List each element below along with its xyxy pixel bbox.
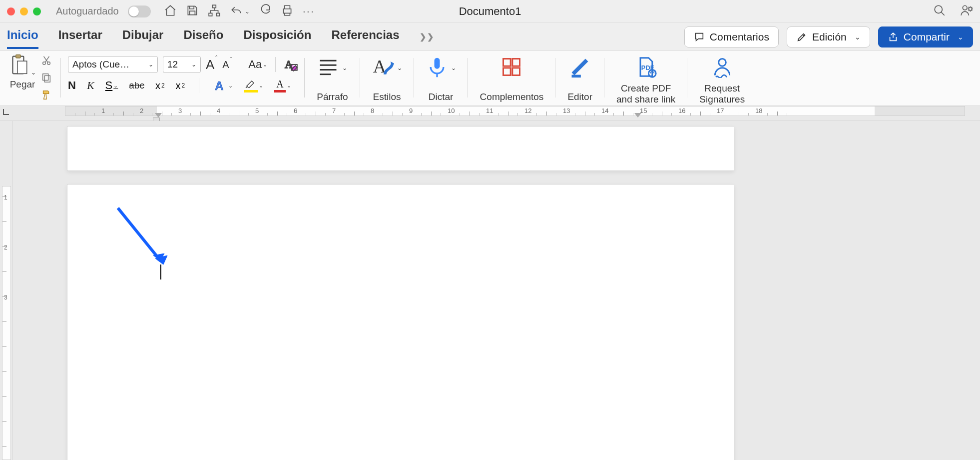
font-name-combo[interactable]: Aptos (Cue… ⌄	[68, 56, 158, 73]
tab-insertar[interactable]: Insertar	[58, 25, 102, 49]
font-color-button[interactable]: A ⌄	[274, 78, 291, 92]
paste-button[interactable]: ⌄ Pegar	[9, 54, 36, 90]
minimize-window-button[interactable]	[20, 8, 28, 16]
first-line-indent-marker[interactable]	[155, 113, 162, 118]
account-icon[interactable]	[960, 4, 973, 19]
superscript-button[interactable]: x2	[176, 80, 185, 92]
print-icon[interactable]	[281, 4, 294, 19]
highlight-button[interactable]: ⌄	[244, 79, 263, 92]
chevron-down-icon: ⌄	[148, 61, 153, 68]
underline-button[interactable]: S ⌄	[105, 79, 118, 92]
tab-referencias[interactable]: Referencias	[331, 25, 399, 49]
addins-button[interactable]	[500, 56, 522, 80]
home-icon[interactable]	[164, 4, 177, 19]
undo-dropdown-icon[interactable]: ⌄	[245, 8, 250, 15]
tab-diseno[interactable]: Diseño	[183, 25, 223, 49]
svg-rect-25	[503, 68, 511, 76]
autosave-toggle[interactable]	[128, 6, 151, 18]
close-window-button[interactable]	[7, 8, 15, 16]
ruler-cm	[527, 106, 565, 116]
svg-rect-2	[216, 13, 220, 16]
right-indent-marker[interactable]	[634, 113, 641, 118]
text-effects-button[interactable]: A ⌄	[213, 79, 233, 92]
comments-button[interactable]: Comentarios	[684, 26, 779, 48]
more-commands-icon[interactable]: ···	[303, 5, 315, 18]
share-button[interactable]: Compartir ⌄	[878, 26, 973, 48]
tab-dibujar[interactable]: Dibujar	[122, 25, 164, 49]
svg-rect-26	[512, 68, 520, 76]
tab-inicio[interactable]: Inicio	[7, 25, 38, 49]
svg-rect-12	[44, 76, 50, 82]
comment-icon	[694, 32, 705, 42]
group-dictate: ⌄ Dictar	[414, 54, 468, 104]
chevron-down-icon[interactable]: ⌄	[451, 64, 456, 72]
separator	[199, 78, 199, 93]
shrink-font-button[interactable]: Aˇ	[222, 59, 232, 70]
font-size-combo[interactable]: 12 ⌄	[163, 56, 201, 73]
save-icon[interactable]	[186, 4, 199, 19]
dictate-button[interactable]	[426, 56, 448, 80]
chevron-down-icon: ⌄	[263, 62, 267, 68]
tab-disposicion[interactable]: Disposición	[243, 25, 311, 49]
addins-label: Complementos	[480, 92, 544, 102]
tabs-overflow-icon[interactable]: ❯❯	[420, 32, 435, 42]
chevron-down-icon[interactable]: ⌄	[397, 64, 402, 72]
document-canvas[interactable]	[13, 121, 980, 460]
pencil-icon	[796, 32, 807, 42]
undo-button[interactable]: ⌄	[230, 5, 250, 18]
ribbon-tabs: Inicio Insertar Dibujar Diseño Disposici…	[0, 23, 980, 51]
window-controls	[7, 8, 41, 16]
group-styles: A ⌄ Estilos	[360, 54, 414, 104]
ruler-cm	[642, 106, 681, 116]
chevron-down-icon: ⌄	[191, 61, 196, 68]
ruler-cm	[412, 106, 450, 116]
paragraph-button[interactable]	[317, 56, 339, 80]
format-painter-icon[interactable]	[41, 89, 52, 102]
ruler-cm	[219, 106, 258, 116]
editor-button[interactable]	[569, 56, 591, 80]
change-case-label: Aa	[248, 58, 262, 71]
page-previous[interactable]	[67, 126, 734, 171]
clear-formatting-button[interactable]: A	[284, 58, 298, 72]
ruler-cm	[373, 106, 412, 116]
zoom-window-button[interactable]	[33, 8, 41, 16]
chevron-down-icon[interactable]: ⌄	[342, 64, 347, 72]
chevron-down-icon: ⌄	[113, 82, 118, 89]
editing-mode-button[interactable]: Edición ⌄	[787, 26, 870, 48]
svg-rect-8	[17, 61, 27, 74]
page-current[interactable]	[67, 184, 734, 460]
ribbon: ⌄ Pegar Aptos (Cue… ⌄ 12 ⌄	[0, 51, 980, 106]
italic-button[interactable]: K	[87, 79, 94, 92]
styles-button[interactable]: A	[372, 56, 394, 80]
group-paragraph: ⌄ Párrafo	[305, 54, 360, 104]
change-case-button[interactable]: Aa ⌄	[248, 58, 267, 71]
create-pdf-button[interactable]: PDF	[635, 56, 657, 80]
comments-label: Comentarios	[710, 31, 769, 43]
redo-icon[interactable]	[259, 4, 272, 19]
group-editor: Editor	[555, 54, 604, 104]
document-title[interactable]: Documento1	[459, 5, 521, 18]
svg-point-5	[969, 7, 972, 10]
svg-point-30	[718, 59, 726, 66]
horizontal-ruler[interactable]	[0, 106, 980, 121]
ruler-cm	[758, 106, 796, 116]
subscript-button[interactable]: x2	[155, 80, 165, 92]
ruler-cm	[335, 106, 373, 116]
svg-text:A: A	[215, 79, 223, 92]
chevron-down-icon: ⌄	[958, 33, 964, 41]
org-chart-icon[interactable]	[208, 4, 221, 19]
request-signatures-button[interactable]	[711, 56, 733, 80]
group-create-pdf: PDF Create PDF and share link	[604, 54, 687, 104]
ruler-cm	[489, 106, 527, 116]
group-font: Aptos (Cue… ⌄ 12 ⌄ Aˆ Aˇ Aa ⌄ A	[61, 54, 305, 104]
editor-label: Editor	[567, 92, 592, 102]
ruler-cm	[719, 106, 758, 116]
copy-icon[interactable]	[41, 72, 52, 85]
tab-selector-icon[interactable]	[1, 108, 10, 117]
cut-icon[interactable]	[41, 55, 52, 68]
vertical-ruler[interactable]: 123	[0, 121, 13, 460]
grow-font-button[interactable]: Aˆ	[206, 57, 217, 72]
bold-button[interactable]: N	[68, 79, 76, 92]
strikethrough-button[interactable]: abc	[129, 80, 144, 91]
search-icon[interactable]	[933, 4, 946, 19]
